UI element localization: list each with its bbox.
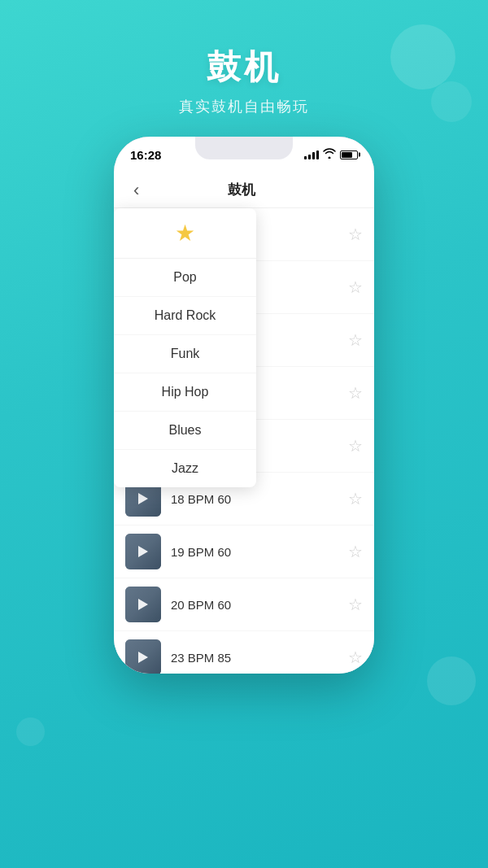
play-icon: [138, 652, 148, 663]
dropdown-item-hard-rock[interactable]: Hard Rock: [114, 297, 256, 335]
dropdown-item-hip-hop[interactable]: Hip Hop: [114, 373, 256, 412]
track-name: 18 BPM 60: [171, 492, 338, 506]
track-name: 19 BPM 60: [171, 545, 338, 559]
dropdown-header: ★: [114, 208, 256, 259]
play-icon: [138, 493, 148, 504]
favorite-button[interactable]: ☆: [348, 542, 363, 561]
battery-icon: [340, 150, 358, 159]
nav-bar: ‹ 鼓机: [114, 172, 374, 208]
signal-icon: [304, 150, 319, 159]
header-section: 鼓机 真实鼓机自由畅玩: [179, 45, 309, 116]
app-title: 鼓机: [179, 45, 309, 90]
status-icons: [304, 148, 358, 161]
track-thumbnail: [125, 639, 161, 674]
nav-title: 鼓机: [146, 181, 337, 199]
track-thumbnail: [125, 534, 161, 569]
dropdown-item-blues[interactable]: Blues: [114, 412, 256, 450]
deco-circle-3: [427, 656, 476, 705]
deco-circle-4: [16, 718, 45, 746]
list-item[interactable]: 23 BPM 85☆: [114, 631, 374, 674]
back-button[interactable]: ‹: [127, 177, 146, 204]
play-icon: [138, 546, 148, 557]
favorite-button[interactable]: ☆: [348, 436, 363, 456]
status-time: 16:28: [130, 148, 161, 162]
favorite-button[interactable]: ☆: [348, 489, 363, 508]
app-subtitle: 真实鼓机自由畅玩: [179, 97, 309, 116]
phone-notch: [195, 137, 293, 159]
app-screen: ‹ 鼓机 1 BPM 70☆10 BPM 70☆12 BPM 60☆13 BPM…: [114, 172, 374, 674]
favorite-button[interactable]: ☆: [348, 277, 363, 297]
list-item[interactable]: 20 BPM 60☆: [114, 578, 374, 631]
list-item[interactable]: 19 BPM 60☆: [114, 526, 374, 578]
favorite-button[interactable]: ☆: [348, 330, 363, 350]
favorite-button[interactable]: ☆: [348, 648, 363, 667]
genre-dropdown[interactable]: ★ PopHard RockFunkHip HopBluesJazz: [114, 208, 256, 487]
wifi-icon: [323, 148, 336, 161]
track-name: 20 BPM 60: [171, 598, 338, 612]
track-thumbnail: [125, 587, 161, 622]
phone-mockup: 16:28 ‹ 鼓机 1 BPM 70☆10 BPM: [114, 137, 374, 674]
deco-circle-1: [390, 24, 455, 89]
track-name: 23 BPM 85: [171, 651, 338, 665]
favorite-button[interactable]: ☆: [348, 383, 363, 403]
play-icon: [138, 599, 148, 610]
favorites-star-icon: ★: [175, 220, 195, 246]
favorite-button[interactable]: ☆: [348, 595, 363, 614]
deco-circle-2: [431, 81, 472, 122]
dropdown-item-jazz[interactable]: Jazz: [114, 450, 256, 487]
favorite-button[interactable]: ☆: [348, 225, 363, 244]
dropdown-item-funk[interactable]: Funk: [114, 335, 256, 373]
dropdown-item-pop[interactable]: Pop: [114, 259, 256, 297]
